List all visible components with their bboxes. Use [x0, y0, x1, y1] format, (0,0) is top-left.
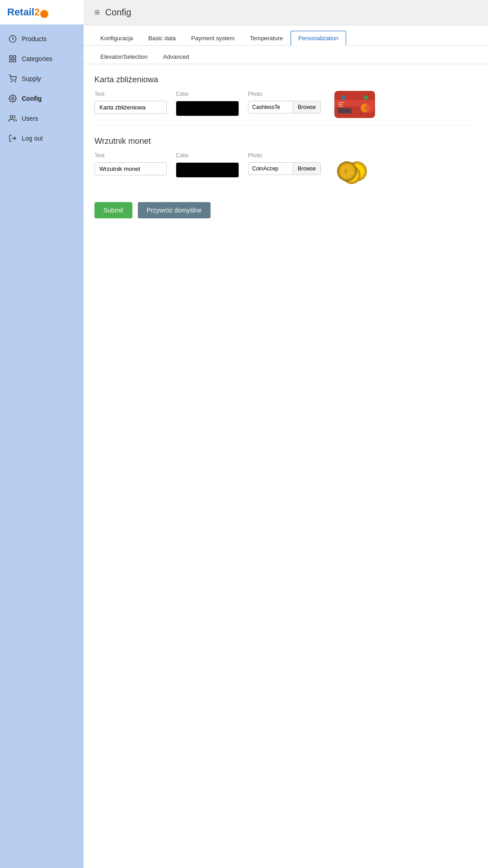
- sidebar-item-users-label: Users: [22, 115, 38, 122]
- svg-rect-12: [338, 108, 352, 113]
- karta-photo-input[interactable]: [248, 101, 293, 113]
- svg-rect-16: [338, 104, 343, 105]
- svg-rect-15: [338, 102, 344, 103]
- wrzutnik-text-field: Text: [94, 152, 167, 175]
- section-karta: Karta zbliżeniowa Text Color Photo: [84, 64, 488, 125]
- tab-basic-data[interactable]: Basic data: [141, 31, 183, 46]
- top-bar: ≡ Config: [84, 0, 488, 25]
- page-title: Config: [105, 7, 131, 18]
- wrzutnik-photo-field: Photo Browse: [248, 152, 321, 175]
- hamburger-icon[interactable]: ≡: [94, 7, 100, 18]
- wrzutnik-form-row: Text Color Photo Browse: [94, 152, 477, 184]
- logo-number: 2: [34, 6, 40, 18]
- wrzutnik-text-label: Text: [94, 152, 167, 159]
- sidebar-item-config-label: Config: [22, 95, 42, 102]
- svg-rect-17: [338, 106, 343, 107]
- sidebar-item-supply[interactable]: Supply: [0, 69, 84, 89]
- sidebar-item-logout-label: Log out: [22, 135, 43, 142]
- content-area: Konfiguracja Basic data Payment system T…: [84, 25, 488, 868]
- actions-row: Submit Przywróć domyślne: [84, 191, 488, 229]
- supply-icon: [8, 74, 17, 83]
- svg-point-18: [341, 95, 346, 100]
- wrzutnik-photo-input-row: Browse: [248, 162, 321, 175]
- wrzutnik-color-label: Color: [176, 152, 239, 159]
- svg-text:$: $: [344, 169, 347, 174]
- karta-text-field: Text: [94, 91, 167, 114]
- svg-point-7: [12, 98, 14, 100]
- svg-rect-4: [14, 60, 16, 62]
- karta-color-swatch[interactable]: [176, 101, 239, 116]
- main-content: ≡ Config Konfiguracja Basic data Payment…: [84, 0, 488, 868]
- tab-konfiguracja[interactable]: Konfiguracja: [93, 31, 141, 46]
- sidebar-item-config[interactable]: Config: [0, 89, 84, 108]
- karta-color-field: Color: [176, 91, 239, 116]
- karta-photo-label: Photo: [248, 91, 321, 97]
- karta-text-input[interactable]: [94, 101, 167, 114]
- svg-point-8: [10, 115, 13, 118]
- karta-form-row: Text Color Photo Browse: [94, 91, 477, 118]
- section-karta-title: Karta zbliżeniowa: [94, 75, 477, 85]
- reset-button[interactable]: Przywróć domyślne: [138, 202, 211, 218]
- wrzutnik-color-wrapper: [176, 162, 239, 178]
- karta-photo-field: Photo Browse: [248, 91, 321, 113]
- svg-rect-2: [14, 56, 16, 58]
- tabs-row-1: Konfiguracja Basic data Payment system T…: [84, 25, 488, 46]
- credit-card-svg: [334, 91, 375, 118]
- wrzutnik-browse-button[interactable]: Browse: [293, 162, 321, 175]
- tab-personalization[interactable]: Personalization: [291, 31, 346, 46]
- logo: Retail24: [0, 0, 84, 24]
- karta-text-label: Text: [94, 91, 167, 97]
- sidebar-item-categories[interactable]: Categories: [0, 49, 84, 69]
- tab-elevator[interactable]: Elevator/Selection: [93, 49, 155, 64]
- wrzutnik-color-field: Color: [176, 152, 239, 178]
- svg-rect-1: [9, 56, 12, 58]
- sidebar-item-logout[interactable]: Log out: [0, 128, 84, 148]
- products-icon: [8, 34, 17, 43]
- karta-image: [334, 91, 375, 118]
- section-wrzutnik-title: Wrzutnik monet: [94, 137, 477, 146]
- coins-image: $: [334, 152, 371, 184]
- users-icon: [8, 114, 17, 123]
- logo-text: Retail24: [7, 6, 48, 18]
- svg-point-14: [365, 104, 374, 113]
- tabs-row-2: Elevator/Selection Advanced: [84, 46, 488, 64]
- section-wrzutnik: Wrzutnik monet Text Color Photo: [84, 126, 488, 191]
- sidebar-item-users[interactable]: Users: [0, 108, 84, 128]
- categories-icon: [8, 54, 17, 63]
- sidebar-item-supply-label: Supply: [22, 75, 41, 82]
- svg-point-6: [15, 81, 16, 82]
- wrzutnik-photo-input[interactable]: [248, 162, 293, 175]
- logo-badge: 4: [40, 10, 48, 18]
- karta-color-label: Color: [176, 91, 239, 97]
- wrzutnik-color-swatch[interactable]: [176, 162, 239, 178]
- wrzutnik-photo-label: Photo: [248, 152, 321, 159]
- karta-browse-button[interactable]: Browse: [293, 101, 321, 113]
- nav-menu: Products Categories Supply Config Users: [0, 24, 84, 148]
- sidebar-item-categories-label: Categories: [22, 55, 52, 62]
- svg-point-19: [364, 95, 368, 100]
- coins-svg: $: [334, 152, 371, 184]
- config-icon: [8, 94, 17, 103]
- submit-button[interactable]: Submit: [94, 202, 132, 218]
- sidebar: Retail24 Products Categories Supply Co: [0, 0, 84, 868]
- tab-advanced[interactable]: Advanced: [155, 49, 197, 64]
- wrzutnik-text-input[interactable]: [94, 162, 167, 175]
- tab-payment-system[interactable]: Payment system: [183, 31, 242, 46]
- karta-photo-input-row: Browse: [248, 101, 321, 113]
- logout-icon: [8, 134, 17, 143]
- tab-temperature[interactable]: Temperature: [242, 31, 291, 46]
- sidebar-item-products[interactable]: Products: [0, 29, 84, 49]
- karta-color-wrapper: [176, 101, 239, 116]
- svg-point-5: [11, 81, 12, 82]
- svg-rect-3: [9, 60, 12, 62]
- sidebar-item-products-label: Products: [22, 35, 47, 42]
